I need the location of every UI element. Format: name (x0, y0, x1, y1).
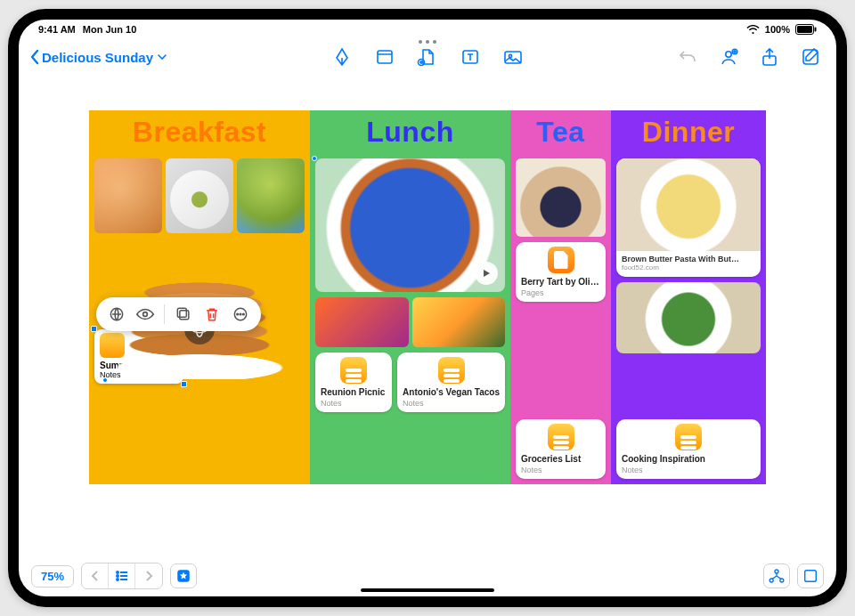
column-lunch: Lunch Reunion Pi (310, 110, 510, 484)
app-toolbar: Delicious Sunday (19, 39, 836, 75)
image-candles[interactable] (315, 297, 409, 347)
selection-handle[interactable] (312, 156, 317, 161)
svg-rect-3 (378, 51, 392, 63)
selection-handle[interactable] (102, 377, 108, 383)
favorites-button[interactable] (170, 563, 197, 588)
image-grapes[interactable] (237, 158, 305, 233)
context-menu-pill (96, 297, 261, 331)
column-header: Breakfast (89, 110, 310, 155)
share-button[interactable] (758, 45, 781, 69)
svg-rect-16 (180, 311, 189, 320)
board: Breakfast Summer Party Notes (89, 110, 766, 484)
history-nav (81, 563, 163, 589)
card-subtitle: Pages (521, 288, 600, 297)
selection-handle[interactable] (91, 326, 97, 332)
svg-point-20 (240, 313, 241, 315)
media-button[interactable] (501, 45, 525, 69)
battery-percent: 100% (765, 24, 790, 35)
notes-app-icon (438, 357, 465, 384)
text-box-button[interactable] (459, 45, 482, 69)
svg-point-23 (117, 575, 118, 577)
note-card-groceries[interactable]: Groceries List Notes (516, 419, 606, 479)
note-card-reunion[interactable]: Reunion Picnic Notes (315, 353, 392, 412)
image-pasta (616, 158, 761, 251)
note-card-vegan-tacos[interactable]: Antonio's Vegan Tacos Notes (397, 353, 505, 412)
sticky-note-button[interactable] (373, 45, 396, 69)
card-title: Antonio's Vegan Tacos (403, 387, 500, 397)
delete-button[interactable] (199, 301, 225, 328)
notes-app-icon (548, 424, 574, 450)
svg-rect-17 (177, 308, 186, 317)
wifi-icon (746, 25, 760, 35)
svg-point-24 (117, 579, 118, 580)
chevron-down-icon (157, 52, 167, 62)
note-card-cooking[interactable]: Cooking Inspiration Notes (616, 419, 761, 479)
column-header: Tea (510, 110, 611, 155)
separator (164, 304, 165, 324)
image-salad[interactable] (616, 282, 761, 353)
notes-app-icon (675, 424, 702, 450)
card-title: Reunion Picnic (321, 387, 387, 397)
new-board-button[interactable] (799, 45, 822, 69)
card-subtitle: Notes (521, 466, 600, 474)
svg-rect-29 (805, 571, 817, 582)
nav-back-button[interactable] (82, 563, 109, 588)
freeform-canvas[interactable]: Breakfast Summer Party Notes (19, 75, 836, 555)
more-button[interactable] (227, 301, 254, 328)
svg-rect-2 (815, 28, 817, 32)
image-tart[interactable] (516, 158, 606, 237)
quicklook-button[interactable] (132, 301, 159, 328)
card-subtitle: Notes (403, 399, 500, 408)
nav-forward-button[interactable] (135, 563, 162, 588)
column-dinner: Dinner Brown Butter Pasta With But… food… (611, 110, 766, 484)
status-date: Mon Jun 10 (83, 24, 137, 35)
selection-handle[interactable] (181, 381, 187, 387)
card-title: Groceries List (521, 454, 600, 464)
image-strip (315, 297, 505, 347)
link-card-pasta[interactable]: Brown Butter Pasta With But… food52.com (616, 158, 761, 277)
collaborate-button[interactable] (717, 45, 740, 69)
play-icon[interactable] (475, 262, 498, 285)
svg-rect-1 (797, 26, 812, 33)
pen-tool-button[interactable] (330, 45, 354, 69)
image-fruit-plate[interactable] (166, 158, 233, 233)
column-header: Dinner (611, 110, 766, 155)
link-title: Brown Butter Pasta With But… (622, 255, 755, 263)
card-subtitle: Notes (321, 399, 387, 408)
column-header: Lunch (310, 110, 510, 155)
home-indicator[interactable] (361, 588, 494, 592)
link-source: food52.com (622, 263, 755, 272)
battery-icon (795, 24, 817, 35)
notes-app-icon (340, 357, 367, 384)
svg-point-15 (143, 312, 148, 317)
status-time: 9:41 AM (38, 24, 76, 35)
link-action-button[interactable] (103, 301, 130, 328)
svg-point-26 (775, 570, 778, 573)
undo-button[interactable] (676, 45, 699, 69)
pages-app-icon (548, 247, 574, 273)
zoom-level-button[interactable]: 75% (31, 565, 74, 588)
video-tacos[interactable] (315, 158, 505, 292)
card-subtitle: Notes (622, 466, 755, 474)
scenes-button[interactable] (797, 563, 824, 588)
svg-point-22 (117, 571, 118, 573)
document-title[interactable]: Delicious Sunday (42, 50, 167, 65)
nav-list-button[interactable] (109, 563, 135, 588)
image-melon[interactable] (94, 158, 162, 233)
status-bar: 9:41 AM Mon Jun 10 100% (19, 20, 836, 39)
duplicate-button[interactable] (170, 301, 197, 328)
column-tea: Tea Berry Tart by Olivia Pages Groceries… (510, 110, 611, 484)
back-button[interactable]: Delicious Sunday (29, 49, 167, 65)
screen: 9:41 AM Mon Jun 10 100% Delicious Sunday (19, 20, 836, 596)
card-title: Berry Tart by Olivia (521, 277, 600, 287)
connections-button[interactable] (763, 563, 790, 588)
svg-point-8 (726, 52, 731, 57)
file-insert-button[interactable] (416, 45, 439, 69)
svg-point-19 (237, 313, 239, 315)
ipad-frame: 9:41 AM Mon Jun 10 100% Delicious Sunday (8, 9, 847, 607)
pages-card-berry-tart[interactable]: Berry Tart by Olivia Pages (516, 242, 606, 302)
card-title: Cooking Inspiration (622, 454, 755, 464)
svg-point-21 (243, 313, 245, 315)
image-drinks[interactable] (412, 297, 506, 347)
